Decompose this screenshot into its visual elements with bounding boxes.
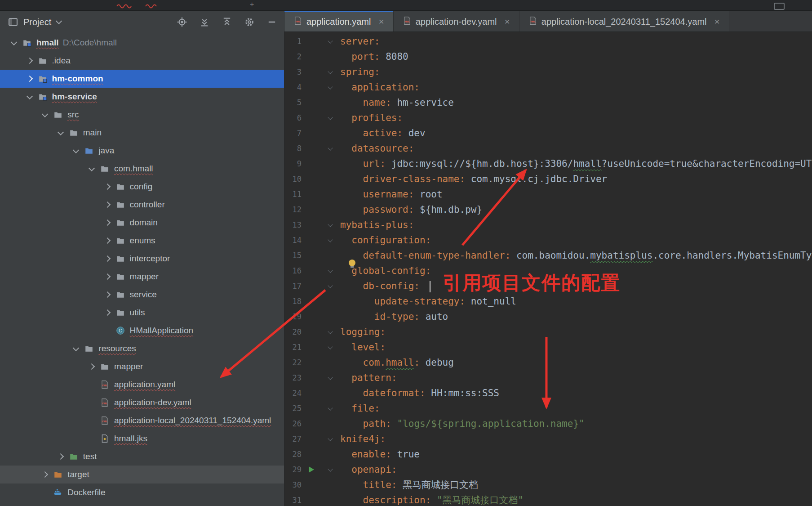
tree-item-service[interactable]: service [0,286,284,304]
code-line[interactable]: 31 description: "黑马商城接口文档" [284,493,812,506]
fold-chevron-icon[interactable] [321,40,339,43]
tree-item-application-local-20240311-152404-yaml[interactable]: YMLapplication-local_20240311_152404.yam… [0,412,284,430]
code-line[interactable]: 27knife4j: [284,431,812,447]
tree-item-hm-common[interactable]: hm-common [0,70,284,88]
tree-item-main[interactable]: main [0,124,284,142]
chevron-collapsed-icon[interactable] [100,202,115,207]
chevron-expanded-icon[interactable] [68,149,84,152]
chevron-collapsed-icon[interactable] [100,292,115,297]
locate-file-icon[interactable] [176,16,188,28]
code-line[interactable]: 28 enable: true [284,447,812,462]
chevron-collapsed-icon[interactable] [22,58,37,63]
code-line[interactable]: 9 url: jdbc:mysql://${hm.db.host}:3306/h… [284,156,812,171]
intention-bulb-icon[interactable] [349,260,355,266]
code-line[interactable]: 25 file: [284,401,812,416]
code-line[interactable]: 18 update-strategy: not_null [284,294,812,309]
code-line[interactable]: 7 active: dev [284,125,812,141]
code-line[interactable]: 5 name: hm-service [284,95,812,110]
fold-chevron-icon[interactable] [321,346,339,349]
tree-item-utils[interactable]: utils [0,304,284,322]
fold-chevron-icon[interactable] [321,86,339,89]
chevron-collapsed-icon[interactable] [100,220,115,225]
settings-gear-icon[interactable] [244,16,255,28]
chevron-expanded-icon[interactable] [84,167,99,170]
fold-chevron-icon[interactable] [321,239,339,242]
tree-item-interceptor[interactable]: interceptor [0,250,284,268]
code-line[interactable]: 15 default-enum-type-handler: com.baomid… [284,248,812,263]
chevron-down-icon[interactable] [57,21,61,23]
code-line[interactable]: 23 pattern: [284,370,812,385]
code-line[interactable]: 8 datasource: [284,141,812,156]
run-icon[interactable] [302,466,321,473]
chevron-collapsed-icon[interactable] [100,256,115,261]
fold-chevron-icon[interactable] [321,469,339,471]
code-line[interactable]: 24 dateformat: HH:mm:ss:SSS [284,385,812,401]
code-line[interactable]: 30 title: 黑马商城接口文档 [284,477,812,493]
chevron-collapsed-icon[interactable] [53,454,68,459]
code-line[interactable]: 6 profiles: [284,110,812,125]
fold-chevron-icon[interactable] [321,117,339,119]
code-line[interactable]: 2 port: 8080 [284,49,812,64]
project-title[interactable]: Project [23,17,51,27]
chevron-collapsed-icon[interactable] [84,364,99,369]
chevron-expanded-icon[interactable] [6,41,22,45]
close-icon[interactable]: × [378,16,384,27]
chevron-collapsed-icon[interactable] [100,238,115,243]
code-line[interactable]: 26 path: "logs/${spring.application.name… [284,416,812,431]
fold-chevron-icon[interactable] [321,407,339,410]
tree-item-mapper[interactable]: mapper [0,268,284,286]
code-line[interactable]: 29 openapi: [284,462,812,477]
chevron-collapsed-icon[interactable] [100,310,115,315]
tree-item-resources[interactable]: resources [0,340,284,358]
chevron-collapsed-icon[interactable] [22,76,37,81]
fold-chevron-icon[interactable] [321,285,339,287]
fold-chevron-icon[interactable] [321,71,339,73]
collapse-all-icon[interactable] [221,16,233,28]
chevron-expanded-icon[interactable] [53,131,68,134]
fold-chevron-icon[interactable] [321,438,339,440]
tree-item-src[interactable]: src [0,106,284,124]
chevron-expanded-icon[interactable] [22,95,37,99]
code-line[interactable]: 22 com.hmall: debug [284,355,812,370]
code-line[interactable]: 13mybatis-plus: [284,217,812,233]
close-icon[interactable]: × [505,16,510,27]
code-line[interactable]: 1server: [284,34,812,49]
expand-all-icon[interactable] [199,16,210,28]
tree-item--idea[interactable]: .idea [0,52,284,70]
code-line[interactable]: 21 level: [284,340,812,355]
chevron-expanded-icon[interactable] [68,347,84,350]
chevron-collapsed-icon[interactable] [100,184,115,189]
tab-application-local-20240311-152404-yaml[interactable]: YMLapplication-local_20240311_152404.yam… [519,10,729,31]
close-icon[interactable]: × [714,16,719,27]
fold-chevron-icon[interactable] [321,224,339,226]
tree-item-hm-service[interactable]: hm-service [0,88,284,106]
tree-item-controller[interactable]: controller [0,196,284,214]
tree-item-hmall[interactable]: hmallD:\Code\hmall [0,34,284,52]
code-area[interactable]: 1server:2 port: 80803spring:4 applicatio… [284,31,812,506]
tree-item-enums[interactable]: enums [0,232,284,250]
tree-item-mapper[interactable]: mapper [0,358,284,376]
fold-chevron-icon[interactable] [321,270,339,272]
code-line[interactable]: 3spring: [284,64,812,80]
project-tool-icon[interactable] [7,16,19,28]
tree-item-config[interactable]: config [0,178,284,196]
tree-item-test[interactable]: test [0,448,284,466]
tree-item-hmallapplication[interactable]: CHMallApplication [0,322,284,340]
hide-panel-icon[interactable] [266,16,278,28]
tree-item-java[interactable]: java [0,142,284,160]
fold-chevron-icon[interactable] [321,148,339,150]
tree-item-dockerfile[interactable]: Dockerfile [0,484,284,502]
tree-item-application-yaml[interactable]: YMLapplication.yaml [0,376,284,394]
code-line[interactable]: 14 configuration: [284,233,812,248]
tab-application-dev-yaml[interactable]: YMLapplication-dev.yaml× [394,10,519,31]
chevron-collapsed-icon[interactable] [37,472,53,477]
fold-chevron-icon[interactable] [321,331,339,333]
code-line[interactable]: 12 password: ${hm.db.pw} [284,202,812,217]
fold-chevron-icon[interactable] [321,377,339,379]
tree-item-target[interactable]: target [0,466,284,484]
tree-item-com-hmall[interactable]: com.hmall [0,160,284,178]
tree-item-application-dev-yaml[interactable]: YMLapplication-dev.yaml [0,394,284,412]
code-line[interactable]: 20logging: [284,324,812,340]
code-line[interactable]: 11 username: root [284,187,812,202]
code-line[interactable]: 19 id-type: auto [284,309,812,324]
